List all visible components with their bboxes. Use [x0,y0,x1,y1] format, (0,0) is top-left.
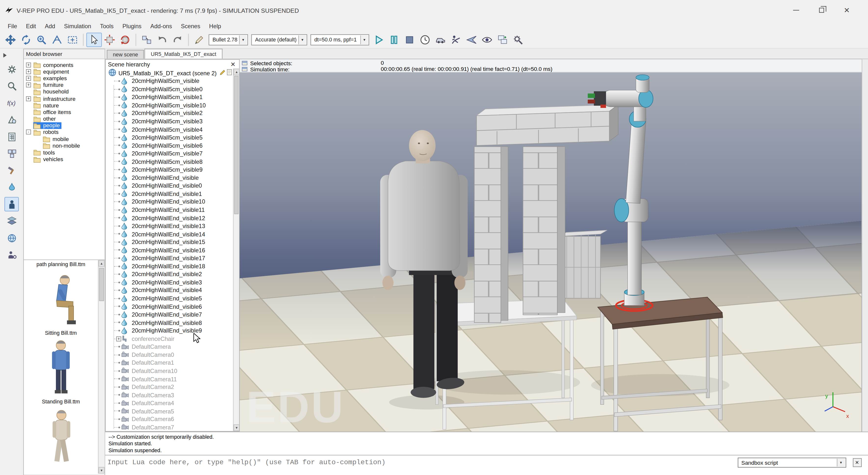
hierarchy-item-20cmHighWall5cm_visible5[interactable]: 20cmHighWall5cm_visible5 [106,133,233,141]
hierarchy-item-20cmHighWallEnd_visible14[interactable]: 20cmHighWallEnd_visible14 [106,230,233,238]
menu-help[interactable]: Help [205,22,226,30]
menu-add[interactable]: Add [40,22,60,30]
simulation-accuracy-select[interactable]: Accurate (default)▼ [251,34,307,45]
hierarchy-item-20cmHighWallEnd_visible16[interactable]: 20cmHighWallEnd_visible16 [106,246,233,254]
hierarchy-item-DefaultCamera1[interactable]: DefaultCamera1 [106,359,233,367]
hierarchy-item-20cmHighWallEnd_visible8[interactable]: 20cmHighWallEnd_visible8 [106,318,233,326]
simulation-settings-button[interactable] [4,62,19,76]
hierarchy-item-DefaultCamera[interactable]: DefaultCamera [106,343,233,351]
menu-file[interactable]: File [3,22,22,30]
script-target-select[interactable]: Sandbox script ▼ [738,457,846,468]
hierarchy-item-20cmHighWall5cm_visible9[interactable]: 20cmHighWall5cm_visible9 [106,165,233,173]
viewport-3d[interactable]: Selected objects: 0 Simulation time: 00:… [240,59,861,432]
camera-fit-button[interactable] [65,32,80,47]
calculator-button[interactable] [4,129,19,144]
hierarchy-item-20cmHighWall5cm_visible7[interactable]: 20cmHighWall5cm_visible7 [106,149,233,157]
model-category-tools[interactable]: tools [24,149,104,156]
tools-button[interactable] [4,163,19,178]
hierarchy-item-DefaultCamera6[interactable]: DefaultCamera6 [106,415,233,423]
hierarchy-item-20cmHighWall5cm_visible[interactable]: 20cmHighWall5cm_visible [106,77,233,85]
expander-icon[interactable]: + [26,76,31,81]
model-category-household[interactable]: household [24,88,104,95]
play-button[interactable] [371,32,386,47]
model-button[interactable] [4,197,19,211]
collections-button[interactable] [4,147,19,161]
hierarchy-item-20cmHighWallEnd_visible7[interactable]: 20cmHighWallEnd_visible7 [106,311,233,319]
camera-rotate-button[interactable] [18,32,34,47]
realtime-clock-button[interactable] [417,32,433,47]
camera-pan-button[interactable] [3,32,18,47]
hierarchy-item-20cmHighWallEnd_visible17[interactable]: 20cmHighWallEnd_visible17 [106,254,233,262]
hierarchy-item-20cmHighWallEnd_visible[interactable]: 20cmHighWallEnd_visible [106,173,233,182]
thumbnails-scrollbar[interactable]: ▲ ▼ [98,260,104,474]
hierarchy-item-20cmHighWallEnd_visible2[interactable]: 20cmHighWallEnd_visible2 [106,270,233,278]
hierarchy-item-20cmHighWallEnd_visible18[interactable]: 20cmHighWallEnd_visible18 [106,262,233,270]
model-category-furniture[interactable]: +furniture [24,82,104,89]
scene-tab-new-scene[interactable]: new scene [107,50,144,59]
pause-button[interactable] [386,32,402,47]
wall-stack-low[interactable] [559,230,607,298]
model-category-other[interactable]: other [24,115,104,122]
page-setup-button[interactable] [495,32,510,47]
model-category-nature[interactable]: nature [24,102,104,108]
menu-scenes[interactable]: Scenes [176,22,205,30]
color-button[interactable] [4,180,19,194]
expander-icon[interactable]: + [26,96,31,101]
edit-pencil-icon[interactable] [220,69,226,76]
hierarchy-item-20cmHighWallEnd_visible13[interactable]: 20cmHighWallEnd_visible13 [106,222,233,230]
scene-tab-ur5-matlab-ik5-dt-exact[interactable]: UR5_Matlab_IK5_DT_exact [145,49,222,59]
object-rotate-button[interactable] [117,32,133,47]
scrollbar-thumb[interactable] [99,268,104,301]
scroll-down-icon[interactable]: ▼ [99,467,105,474]
object-selection-button[interactable] [86,32,102,47]
model-thumbnail-standing-bill-ttm[interactable]: Standing Bill.ttm [24,338,98,405]
hierarchy-item-20cmHighWall5cm_visible3[interactable]: 20cmHighWall5cm_visible3 [106,117,233,125]
hierarchy-item-20cmHighWallEnd_visible12[interactable]: 20cmHighWallEnd_visible12 [106,214,233,222]
scroll-up-icon[interactable]: ▲ [234,69,240,75]
visibility-eye-button[interactable] [479,32,495,47]
scrollbar-thumb[interactable] [234,76,239,214]
hierarchy-item-20cmHighWallEnd_visible15[interactable]: 20cmHighWallEnd_visible15 [106,238,233,246]
motion-figure-button[interactable] [448,32,464,47]
expander-icon[interactable]: + [26,83,31,88]
hierarchy-item-20cmHighWall5cm_visible4[interactable]: 20cmHighWall5cm_visible4 [106,125,233,133]
path-edit-button[interactable] [191,32,207,47]
menu-edit[interactable]: Edit [22,22,40,30]
undo-button[interactable] [155,32,170,47]
geometry-button[interactable] [4,113,19,127]
minimize-button[interactable] [786,3,806,18]
script-icon[interactable] [227,69,232,76]
hierarchy-item-DefaultCamera2[interactable]: DefaultCamera2 [106,383,233,391]
model-category-vehicles[interactable]: vehicles [24,156,104,163]
hierarchy-item-20cmHighWallEnd_visible0[interactable]: 20cmHighWallEnd_visible0 [106,182,233,190]
menu-add-ons[interactable]: Add-ons [146,22,176,30]
model-category-people[interactable]: people [24,122,104,129]
hierarchy-item-20cmHighWall5cm_visible8[interactable]: 20cmHighWall5cm_visible8 [106,157,233,165]
panel-expand-icon[interactable] [3,53,7,58]
hierarchy-item-DefaultCamera10[interactable]: DefaultCamera10 [106,367,233,375]
hierarchy-item-20cmHighWall5cm_visible0[interactable]: 20cmHighWall5cm_visible0 [106,85,233,93]
hierarchy-item-20cmHighWall5cm_visible6[interactable]: 20cmHighWall5cm_visible6 [106,141,233,149]
hierarchy-item-20cmHighWallEnd_visible3[interactable]: 20cmHighWallEnd_visible3 [106,278,233,286]
menu-simulation[interactable]: Simulation [60,22,96,30]
hierarchy-item-20cmHighWall5cm_visible2[interactable]: 20cmHighWall5cm_visible2 [106,109,233,117]
expander-icon[interactable]: + [116,336,121,341]
calculation-button[interactable]: f(x) [4,96,19,110]
hierarchy-item-20cmHighWallEnd_visible11[interactable]: 20cmHighWallEnd_visible11 [106,206,233,214]
zoom-tool-button[interactable] [4,79,19,93]
model-thumbnail-walking[interactable] [24,406,98,467]
model-category-non-mobile[interactable]: non-mobile [24,142,104,149]
layers-button[interactable] [4,214,19,228]
model-category-components[interactable]: +components [24,61,104,68]
settings-search-button[interactable] [510,32,526,47]
world-settings-button[interactable] [4,231,19,245]
user-settings-button[interactable] [4,248,19,262]
expander-icon[interactable]: + [26,69,31,74]
lua-input[interactable] [107,457,727,468]
redo-button[interactable] [170,32,185,47]
hierarchy-close-button[interactable]: ✕ [229,61,237,68]
dynamics-car-button[interactable] [433,32,448,47]
fly-mode-button[interactable] [464,32,479,47]
hierarchy-item-20cmHighWallEnd_visible10[interactable]: 20cmHighWallEnd_visible10 [106,198,233,206]
hierarchy-item-DefaultCamera5[interactable]: DefaultCamera5 [106,407,233,415]
